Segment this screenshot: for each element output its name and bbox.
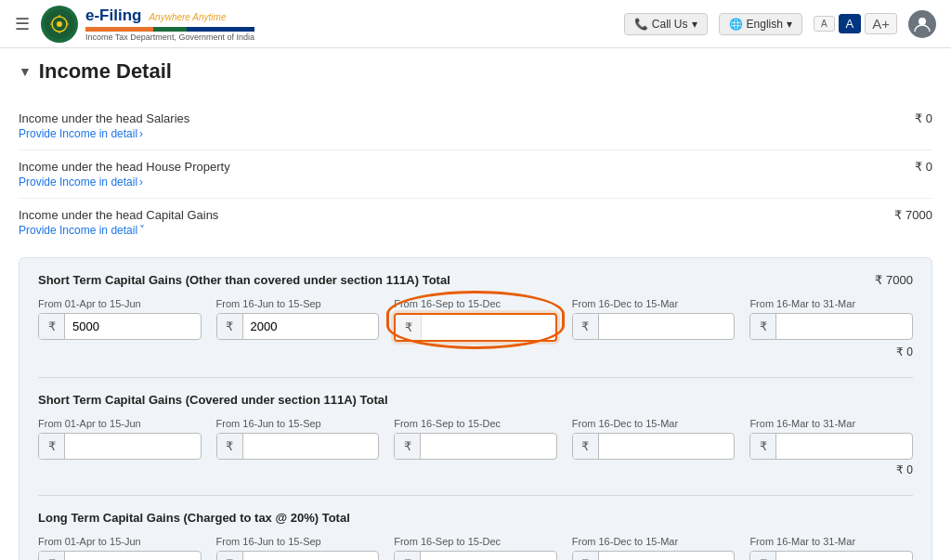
stcg-other-input-4[interactable] [776, 314, 912, 339]
ltcg-20-title: Long Term Capital Gains (Charged to tax … [38, 511, 350, 525]
header-left: ☰ e-Filing Anywhere Anytime [15, 6, 254, 43]
stcg-other-label-4: From 16-Mar to 31-Mar [749, 298, 913, 309]
ltcg-20-input-1[interactable] [243, 552, 379, 560]
section-collapse-icon[interactable]: ▼ [19, 64, 32, 79]
header: ☰ e-Filing Anywhere Anytime [0, 0, 951, 48]
stcg-111a-input-4[interactable] [776, 434, 912, 459]
capital-gains-label: Income under the head Capital Gains [19, 208, 218, 222]
ltcg-20-label-2: From 16-Sep to 15-Dec [394, 536, 557, 547]
capital-gains-provide-link[interactable]: Provide Income in detail ˅ [19, 224, 218, 237]
stcg-111a-field-2: From 16-Sep to 15-Dec ₹ [394, 418, 557, 460]
house-property-label: Income under the head House Property [19, 160, 230, 174]
stcg-other-input-wrap-2: ₹ [394, 313, 557, 342]
stcg-111a-input-0[interactable] [65, 434, 201, 459]
stcg-other-header: Short Term Capital Gains (Other than cov… [38, 273, 913, 287]
user-avatar[interactable] [908, 10, 936, 38]
rupee-icon-4: ₹ [750, 314, 776, 339]
ltcg-20-wrap-4: ₹ [749, 551, 913, 560]
rupee-icon-14: ₹ [750, 552, 776, 560]
stcg-111a-field-3: From 16-Dec to 15-Mar ₹ [572, 418, 736, 460]
stcg-111a-input-3[interactable] [599, 434, 735, 459]
svg-point-7 [918, 18, 926, 25]
ltcg-20-header: Long Term Capital Gains (Charged to tax … [38, 511, 913, 525]
stcg-111a-subtotal: ₹ 0 [38, 463, 913, 476]
stcg-111a-input-1[interactable] [243, 434, 379, 459]
capital-link-arrow-icon: ˅ [139, 224, 145, 237]
stcg-other-input-wrap-1: ₹ [216, 313, 380, 340]
capital-gains-panel: Short Term Capital Gains (Other than cov… [19, 257, 932, 560]
stcg-111a-field-4: From 16-Mar to 31-Mar ₹ [749, 418, 913, 460]
font-large-button[interactable]: A+ [865, 13, 897, 34]
stcg-other-title: Short Term Capital Gains (Other than cov… [38, 273, 450, 287]
rupee-icon-0: ₹ [39, 314, 65, 339]
font-medium-button[interactable]: A [839, 14, 862, 33]
ltcg-20-field-4: From 16-Mar to 31-Mar ₹ [749, 536, 913, 560]
divider-1 [38, 377, 913, 378]
header-right: 📞 Call Us ▾ 🌐 English ▾ A A A+ [624, 10, 936, 38]
stcg-111a-wrap-2: ₹ [394, 433, 557, 460]
salaries-provide-link[interactable]: Provide Income in detail › [19, 127, 189, 140]
stcg-other-input-3[interactable] [599, 314, 735, 339]
rupee-icon-7: ₹ [395, 434, 421, 459]
brand-text: e-Filing Anywhere Anytime Income Tax Dep… [85, 7, 254, 42]
rupee-icon-5: ₹ [39, 434, 65, 459]
stcg-other-total: ₹ 7000 [875, 273, 913, 287]
rupee-icon-12: ₹ [395, 552, 421, 560]
divider-2 [38, 495, 913, 496]
ltcg-20-section: Long Term Capital Gains (Charged to tax … [38, 511, 913, 560]
house-property-amount: ₹ 0 [915, 160, 932, 174]
income-row-capital-gains: Income under the head Capital Gains Prov… [19, 199, 932, 246]
stcg-111a-label-1: From 16-Jun to 15-Sep [216, 418, 380, 429]
ltcg-20-fields: From 01-Apr to 15-Jun ₹ From 16-Jun to 1… [38, 536, 913, 560]
stcg-other-input-0[interactable] [65, 314, 201, 339]
globe-icon: 🌐 [729, 18, 743, 31]
rupee-icon-10: ₹ [39, 552, 65, 560]
ltcg-20-field-2: From 16-Sep to 15-Dec ₹ [394, 536, 557, 560]
logo-area: e-Filing Anywhere Anytime Income Tax Dep… [41, 6, 254, 43]
stcg-111a-wrap-3: ₹ [572, 433, 736, 460]
rupee-icon-9: ₹ [750, 434, 776, 459]
stcg-111a-input-2[interactable] [421, 434, 556, 459]
stcg-other-field-4: From 16-Mar to 31-Mar ₹ [749, 298, 913, 340]
ltcg-20-input-4[interactable] [776, 552, 912, 560]
page-content: ▼ Income Detail Income under the head Sa… [0, 48, 951, 560]
capital-gains-amount: ₹ 7000 [894, 208, 932, 222]
house-property-provide-link[interactable]: Provide Income in detail › [19, 176, 230, 189]
stcg-111a-field-1: From 16-Jun to 15-Sep ₹ [216, 418, 380, 460]
call-us-button[interactable]: 📞 Call Us ▾ [624, 13, 708, 35]
gov-logo [41, 6, 78, 43]
ltcg-20-input-3[interactable] [599, 552, 735, 560]
stcg-other-input-wrap-4: ₹ [749, 313, 913, 340]
ltcg-20-input-0[interactable] [65, 552, 201, 560]
ltcg-20-label-1: From 16-Jun to 15-Sep [216, 536, 380, 547]
ltcg-20-input-2[interactable] [421, 552, 556, 560]
stcg-other-input-2[interactable] [422, 315, 555, 340]
stcg-other-label-1: From 16-Jun to 15-Sep [216, 298, 380, 309]
language-button[interactable]: 🌐 English ▾ [719, 13, 802, 35]
rupee-icon-3: ₹ [573, 314, 599, 339]
ltcg-20-wrap-1: ₹ [216, 551, 380, 560]
ltcg-20-field-0: From 01-Apr to 15-Jun ₹ [38, 536, 202, 560]
ltcg-20-label-4: From 16-Mar to 31-Mar [749, 536, 913, 547]
stcg-111a-wrap-1: ₹ [216, 433, 380, 460]
stcg-111a-label-2: From 16-Sep to 15-Dec [394, 418, 557, 429]
stcg-other-input-1[interactable] [243, 314, 379, 339]
stcg-111a-section: Short Term Capital Gains (Covered under … [38, 393, 913, 476]
stcg-111a-fields: From 01-Apr to 15-Jun ₹ From 16-Jun to 1… [38, 418, 913, 460]
ltcg-20-wrap-3: ₹ [572, 551, 736, 560]
income-row-salaries: Income under the head Salaries Provide I… [19, 102, 932, 150]
ltcg-20-field-3: From 16-Dec to 15-Mar ₹ [572, 536, 736, 560]
salaries-link-arrow-icon: › [139, 127, 143, 140]
salaries-amount: ₹ 0 [915, 111, 932, 125]
stcg-other-input-wrap-0: ₹ [38, 313, 202, 340]
stcg-111a-wrap-4: ₹ [749, 433, 913, 460]
stcg-other-field-0: From 01-Apr to 15-Jun ₹ [38, 298, 202, 340]
font-small-button[interactable]: A [814, 16, 835, 32]
stcg-111a-label-0: From 01-Apr to 15-Jun [38, 418, 202, 429]
stcg-other-label-2: From 16-Sep to 15-Dec [394, 298, 557, 309]
stcg-other-fields: From 01-Apr to 15-Jun ₹ From 16-Jun to 1… [38, 298, 913, 342]
stcg-other-field-3: From 16-Dec to 15-Mar ₹ [572, 298, 736, 340]
stcg-111a-header: Short Term Capital Gains (Covered under … [38, 393, 913, 407]
stcg-other-subtotal: ₹ 0 [38, 345, 913, 358]
menu-icon[interactable]: ☰ [15, 14, 30, 34]
